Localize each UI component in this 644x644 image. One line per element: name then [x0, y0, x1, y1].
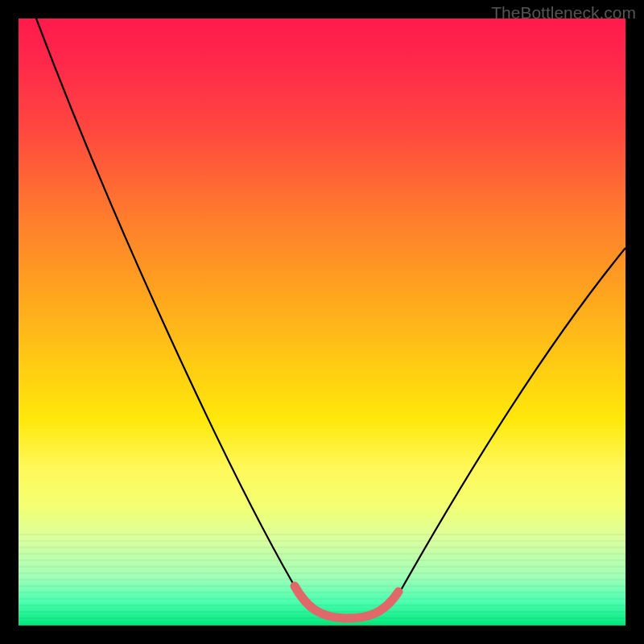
curve-svg [19, 19, 625, 625]
bottleneck-curve [36, 19, 625, 618]
watermark-text: TheBottleneck.com [491, 3, 636, 23]
chart-plot-area [19, 19, 625, 625]
highlight-minimum-segment [295, 586, 398, 618]
